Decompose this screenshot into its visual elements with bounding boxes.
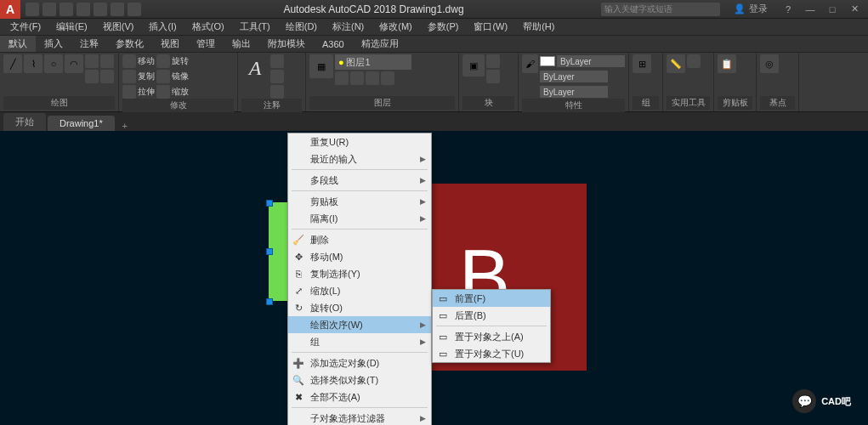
ctx-repeat[interactable]: 重复U(R) (288, 133, 431, 150)
ribbon-tab-parametric[interactable]: 参数化 (107, 36, 152, 52)
ribbon-tab-output[interactable]: 输出 (224, 36, 259, 52)
grip-bl[interactable] (266, 298, 273, 305)
ribbon-tab-a360[interactable]: A360 (314, 37, 353, 51)
hatch-icon[interactable] (85, 70, 99, 83)
new-icon[interactable] (26, 3, 39, 16)
block-edit-icon[interactable] (486, 70, 500, 83)
close-icon[interactable]: ✕ (844, 3, 865, 16)
undo-icon[interactable] (111, 3, 124, 16)
menu-parametric[interactable]: 参数(P) (421, 19, 466, 35)
circle-icon[interactable]: ○ (44, 54, 63, 73)
maximize-icon[interactable]: □ (822, 3, 842, 16)
menu-view[interactable]: 视图(V) (96, 19, 141, 35)
login-area[interactable]: 👤 登录 (727, 3, 774, 15)
group-icon[interactable]: ⊞ (633, 54, 651, 73)
plot-icon[interactable] (94, 3, 107, 16)
ribbon-tab-annotate[interactable]: 注释 (71, 36, 107, 52)
layer-dropdown[interactable]: ● 图层1 (335, 54, 411, 70)
paste-icon[interactable]: 📋 (718, 54, 736, 73)
ctx-copysel[interactable]: ⎘复制选择(Y) (288, 265, 431, 282)
minimize-icon[interactable]: — (800, 3, 820, 16)
menu-help[interactable]: 帮助(H) (516, 19, 561, 35)
base-icon[interactable]: ◎ (760, 54, 779, 73)
ctx-erase[interactable]: 🧹删除 (288, 231, 431, 248)
text-icon[interactable]: A (241, 54, 269, 82)
block-create-icon[interactable] (486, 54, 500, 68)
ctx-scale[interactable]: ⤢缩放(L) (288, 282, 431, 299)
grip-tl[interactable] (266, 200, 273, 207)
ribbon-tab-addins[interactable]: 附加模块 (259, 36, 314, 52)
menu-window[interactable]: 窗口(W) (467, 19, 514, 35)
layer-match-icon[interactable] (381, 71, 394, 85)
dimension-icon[interactable] (270, 54, 284, 68)
linetype-dropdown[interactable]: ByLayer (540, 86, 608, 98)
menu-file[interactable]: 文件(F) (3, 19, 48, 35)
drawing-canvas[interactable]: B 重复U(R) 最近的输入▶ 多段线▶ 剪贴板▶ 隔离(I)▶ 🧹删除 ✥移动… (0, 131, 868, 425)
ctx-deselall[interactable]: ✖全部不选(A) (288, 388, 431, 405)
app-logo[interactable]: A (0, 0, 20, 19)
measure-icon[interactable]: 📏 (667, 54, 685, 73)
ellipse-icon[interactable] (100, 54, 114, 68)
line-icon[interactable]: ╱ (3, 54, 22, 73)
grip-ml[interactable] (266, 248, 273, 255)
ctx-move[interactable]: ✥移动(M) (288, 248, 431, 265)
color-swatch[interactable] (540, 56, 555, 66)
ctx-selsim[interactable]: 🔍选择类似对象(T) (288, 371, 431, 388)
copy-icon[interactable] (122, 70, 136, 83)
lineweight-dropdown[interactable]: ByLayer (540, 71, 608, 82)
ribbon-tab-insert[interactable]: 插入 (36, 36, 71, 52)
open-icon[interactable] (43, 3, 56, 16)
doc-tab-add[interactable]: + (116, 121, 133, 131)
table-icon[interactable] (270, 85, 284, 99)
scale-icon[interactable] (156, 85, 170, 99)
ctx-polyline[interactable]: 多段线▶ (288, 172, 431, 189)
mirror-icon[interactable] (156, 70, 170, 83)
sub-back[interactable]: ▭后置(B) (433, 307, 550, 324)
ctx-addsel[interactable]: ➕添加选定对象(D) (288, 354, 431, 371)
doc-tab-start[interactable]: 开始 (3, 113, 46, 131)
block-insert-icon[interactable]: ▣ (462, 54, 485, 76)
layer-off-icon[interactable] (335, 71, 349, 85)
sub-front[interactable]: ▭前置(F) (433, 290, 550, 307)
polyline-icon[interactable]: ⌇ (24, 54, 43, 73)
menu-insert[interactable]: 插入(I) (142, 19, 183, 35)
ctx-rotate[interactable]: ↻旋转(O) (288, 299, 431, 316)
doc-tab-drawing1[interactable]: Drawing1* (48, 116, 115, 131)
stretch-icon[interactable] (122, 85, 136, 99)
menu-modify[interactable]: 修改(M) (372, 19, 419, 35)
spline-icon[interactable] (100, 70, 114, 83)
arc-icon[interactable]: ◠ (65, 54, 83, 73)
menu-draw[interactable]: 绘图(D) (279, 19, 324, 35)
menu-edit[interactable]: 编辑(E) (49, 19, 94, 35)
ctx-clipboard[interactable]: 剪贴板▶ (288, 193, 431, 210)
sub-above[interactable]: ▭置于对象之上(A) (433, 328, 550, 345)
rect-icon[interactable] (85, 54, 99, 68)
menu-tools[interactable]: 工具(T) (233, 19, 277, 35)
rotate-icon[interactable] (156, 54, 170, 68)
ribbon-tab-express[interactable]: 精选应用 (353, 36, 407, 52)
menu-dimension[interactable]: 标注(N) (326, 19, 371, 35)
layer-freeze-icon[interactable] (350, 71, 364, 85)
leader-icon[interactable] (270, 70, 284, 83)
ribbon-tab-manage[interactable]: 管理 (188, 36, 224, 52)
ribbon-tab-view[interactable]: 视图 (152, 36, 188, 52)
search-input[interactable]: 输入关键字或短语 (601, 3, 720, 16)
sub-under[interactable]: ▭置于对象之下(U) (433, 345, 550, 362)
ctx-isolate[interactable]: 隔离(I)▶ (288, 210, 431, 227)
ribbon-tab-default[interactable]: 默认 (0, 36, 36, 52)
color-dropdown[interactable]: ByLayer (557, 55, 625, 67)
menu-format[interactable]: 格式(O) (185, 19, 231, 35)
ctx-subfilter[interactable]: 子对象选择过滤器▶ (288, 410, 431, 425)
select-icon[interactable] (687, 54, 701, 68)
ctx-recent[interactable]: 最近的输入▶ (288, 150, 431, 167)
redo-icon[interactable] (128, 3, 141, 16)
layer-lock-icon[interactable] (366, 71, 379, 85)
save-icon[interactable] (60, 3, 73, 16)
layer-properties-icon[interactable]: ▦ (309, 54, 333, 78)
help-icon[interactable]: ? (778, 3, 798, 16)
saveas-icon[interactable] (77, 3, 90, 16)
ctx-group[interactable]: 组▶ (288, 333, 431, 350)
match-props-icon[interactable]: 🖌 (522, 54, 538, 73)
ctx-draworder[interactable]: 绘图次序(W)▶ (288, 316, 431, 333)
move-icon[interactable] (122, 54, 136, 68)
